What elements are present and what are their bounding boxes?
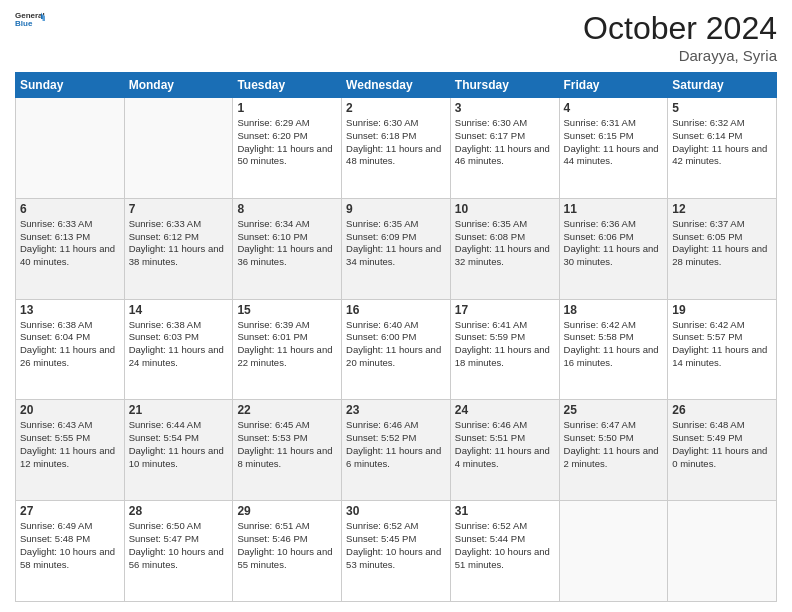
day-info: Sunrise: 6:35 AMSunset: 6:09 PMDaylight:… (346, 218, 446, 269)
calendar-cell: 24Sunrise: 6:46 AMSunset: 5:51 PMDayligh… (450, 400, 559, 501)
day-info: Sunrise: 6:37 AMSunset: 6:05 PMDaylight:… (672, 218, 772, 269)
day-number: 20 (20, 403, 120, 417)
calendar-cell: 8Sunrise: 6:34 AMSunset: 6:10 PMDaylight… (233, 198, 342, 299)
day-number: 3 (455, 101, 555, 115)
weekday-header-friday: Friday (559, 73, 668, 98)
calendar-cell: 1Sunrise: 6:29 AMSunset: 6:20 PMDaylight… (233, 98, 342, 199)
day-number: 7 (129, 202, 229, 216)
calendar-week-row: 13Sunrise: 6:38 AMSunset: 6:04 PMDayligh… (16, 299, 777, 400)
day-number: 14 (129, 303, 229, 317)
weekday-header-sunday: Sunday (16, 73, 125, 98)
month-title: October 2024 (583, 10, 777, 47)
day-info: Sunrise: 6:33 AMSunset: 6:12 PMDaylight:… (129, 218, 229, 269)
day-number: 21 (129, 403, 229, 417)
weekday-header-wednesday: Wednesday (342, 73, 451, 98)
logo-icon: General Blue (15, 10, 45, 30)
day-number: 9 (346, 202, 446, 216)
calendar-cell: 16Sunrise: 6:40 AMSunset: 6:00 PMDayligh… (342, 299, 451, 400)
calendar-cell (16, 98, 125, 199)
day-info: Sunrise: 6:31 AMSunset: 6:15 PMDaylight:… (564, 117, 664, 168)
day-info: Sunrise: 6:33 AMSunset: 6:13 PMDaylight:… (20, 218, 120, 269)
day-info: Sunrise: 6:51 AMSunset: 5:46 PMDaylight:… (237, 520, 337, 571)
calendar-cell: 30Sunrise: 6:52 AMSunset: 5:45 PMDayligh… (342, 501, 451, 602)
page: General Blue October 2024 Darayya, Syria… (0, 0, 792, 612)
calendar-cell: 3Sunrise: 6:30 AMSunset: 6:17 PMDaylight… (450, 98, 559, 199)
svg-text:Blue: Blue (15, 19, 33, 28)
weekday-header-monday: Monday (124, 73, 233, 98)
day-number: 11 (564, 202, 664, 216)
day-number: 18 (564, 303, 664, 317)
day-info: Sunrise: 6:34 AMSunset: 6:10 PMDaylight:… (237, 218, 337, 269)
day-number: 23 (346, 403, 446, 417)
calendar-cell (559, 501, 668, 602)
day-info: Sunrise: 6:46 AMSunset: 5:52 PMDaylight:… (346, 419, 446, 470)
day-number: 8 (237, 202, 337, 216)
day-info: Sunrise: 6:30 AMSunset: 6:17 PMDaylight:… (455, 117, 555, 168)
day-number: 24 (455, 403, 555, 417)
calendar-cell: 21Sunrise: 6:44 AMSunset: 5:54 PMDayligh… (124, 400, 233, 501)
day-number: 27 (20, 504, 120, 518)
day-number: 6 (20, 202, 120, 216)
calendar-cell: 2Sunrise: 6:30 AMSunset: 6:18 PMDaylight… (342, 98, 451, 199)
logo: General Blue (15, 10, 45, 32)
day-info: Sunrise: 6:32 AMSunset: 6:14 PMDaylight:… (672, 117, 772, 168)
day-number: 10 (455, 202, 555, 216)
calendar-cell: 18Sunrise: 6:42 AMSunset: 5:58 PMDayligh… (559, 299, 668, 400)
day-info: Sunrise: 6:42 AMSunset: 5:57 PMDaylight:… (672, 319, 772, 370)
day-info: Sunrise: 6:35 AMSunset: 6:08 PMDaylight:… (455, 218, 555, 269)
weekday-header-thursday: Thursday (450, 73, 559, 98)
calendar-cell: 23Sunrise: 6:46 AMSunset: 5:52 PMDayligh… (342, 400, 451, 501)
calendar-cell: 9Sunrise: 6:35 AMSunset: 6:09 PMDaylight… (342, 198, 451, 299)
calendar-cell: 4Sunrise: 6:31 AMSunset: 6:15 PMDaylight… (559, 98, 668, 199)
day-info: Sunrise: 6:47 AMSunset: 5:50 PMDaylight:… (564, 419, 664, 470)
day-number: 15 (237, 303, 337, 317)
calendar-week-row: 27Sunrise: 6:49 AMSunset: 5:48 PMDayligh… (16, 501, 777, 602)
day-info: Sunrise: 6:52 AMSunset: 5:45 PMDaylight:… (346, 520, 446, 571)
day-info: Sunrise: 6:38 AMSunset: 6:04 PMDaylight:… (20, 319, 120, 370)
calendar-week-row: 1Sunrise: 6:29 AMSunset: 6:20 PMDaylight… (16, 98, 777, 199)
calendar-cell: 25Sunrise: 6:47 AMSunset: 5:50 PMDayligh… (559, 400, 668, 501)
day-number: 1 (237, 101, 337, 115)
calendar-cell: 27Sunrise: 6:49 AMSunset: 5:48 PMDayligh… (16, 501, 125, 602)
day-number: 30 (346, 504, 446, 518)
day-number: 29 (237, 504, 337, 518)
calendar-cell: 26Sunrise: 6:48 AMSunset: 5:49 PMDayligh… (668, 400, 777, 501)
day-number: 17 (455, 303, 555, 317)
calendar-cell: 10Sunrise: 6:35 AMSunset: 6:08 PMDayligh… (450, 198, 559, 299)
calendar-cell: 28Sunrise: 6:50 AMSunset: 5:47 PMDayligh… (124, 501, 233, 602)
calendar-cell: 14Sunrise: 6:38 AMSunset: 6:03 PMDayligh… (124, 299, 233, 400)
calendar-cell: 15Sunrise: 6:39 AMSunset: 6:01 PMDayligh… (233, 299, 342, 400)
day-number: 25 (564, 403, 664, 417)
calendar-week-row: 6Sunrise: 6:33 AMSunset: 6:13 PMDaylight… (16, 198, 777, 299)
day-info: Sunrise: 6:42 AMSunset: 5:58 PMDaylight:… (564, 319, 664, 370)
day-number: 5 (672, 101, 772, 115)
calendar-cell (124, 98, 233, 199)
header: General Blue October 2024 Darayya, Syria (15, 10, 777, 64)
weekday-header-row: SundayMondayTuesdayWednesdayThursdayFrid… (16, 73, 777, 98)
calendar-cell: 6Sunrise: 6:33 AMSunset: 6:13 PMDaylight… (16, 198, 125, 299)
day-info: Sunrise: 6:30 AMSunset: 6:18 PMDaylight:… (346, 117, 446, 168)
calendar-cell: 11Sunrise: 6:36 AMSunset: 6:06 PMDayligh… (559, 198, 668, 299)
day-number: 31 (455, 504, 555, 518)
day-info: Sunrise: 6:40 AMSunset: 6:00 PMDaylight:… (346, 319, 446, 370)
day-number: 12 (672, 202, 772, 216)
day-info: Sunrise: 6:44 AMSunset: 5:54 PMDaylight:… (129, 419, 229, 470)
calendar-cell: 7Sunrise: 6:33 AMSunset: 6:12 PMDaylight… (124, 198, 233, 299)
title-area: October 2024 Darayya, Syria (583, 10, 777, 64)
calendar-cell: 17Sunrise: 6:41 AMSunset: 5:59 PMDayligh… (450, 299, 559, 400)
day-info: Sunrise: 6:49 AMSunset: 5:48 PMDaylight:… (20, 520, 120, 571)
weekday-header-tuesday: Tuesday (233, 73, 342, 98)
calendar-week-row: 20Sunrise: 6:43 AMSunset: 5:55 PMDayligh… (16, 400, 777, 501)
day-info: Sunrise: 6:38 AMSunset: 6:03 PMDaylight:… (129, 319, 229, 370)
day-number: 13 (20, 303, 120, 317)
day-number: 16 (346, 303, 446, 317)
calendar-cell: 31Sunrise: 6:52 AMSunset: 5:44 PMDayligh… (450, 501, 559, 602)
day-info: Sunrise: 6:48 AMSunset: 5:49 PMDaylight:… (672, 419, 772, 470)
day-info: Sunrise: 6:41 AMSunset: 5:59 PMDaylight:… (455, 319, 555, 370)
day-info: Sunrise: 6:43 AMSunset: 5:55 PMDaylight:… (20, 419, 120, 470)
location: Darayya, Syria (583, 47, 777, 64)
day-number: 4 (564, 101, 664, 115)
day-number: 19 (672, 303, 772, 317)
day-info: Sunrise: 6:46 AMSunset: 5:51 PMDaylight:… (455, 419, 555, 470)
calendar-cell: 5Sunrise: 6:32 AMSunset: 6:14 PMDaylight… (668, 98, 777, 199)
